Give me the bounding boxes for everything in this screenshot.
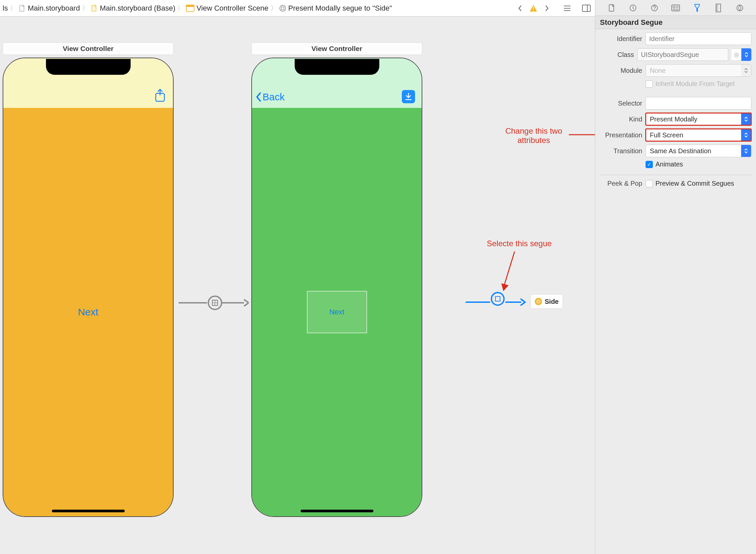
class-jump-icon[interactable]: ◎ [732,48,742,61]
selector-field[interactable] [645,97,751,110]
scene-title[interactable]: View Controller [251,42,422,55]
segue-arrow[interactable] [179,295,249,310]
breadcrumb-item[interactable]: Present Modally segue to "Side" [279,4,392,13]
scene-icon [186,5,194,12]
checkbox-icon [645,180,653,187]
breadcrumb-item[interactable]: View Controller Scene [186,4,268,13]
inspector-panel: Storyboard Segue Identifier Class ◎ Modu… [595,0,756,554]
inspector-section-title: Storyboard Segue [595,16,756,29]
doc-items-icon[interactable] [561,2,573,14]
breadcrumb-item[interactable]: Main.storyboard [18,4,80,13]
preview-commit-checkbox[interactable]: Preview & Commit Segues [645,180,734,187]
svg-rect-5 [281,7,284,10]
module-label: Module [600,67,642,74]
chevron-right-icon: 〉 [270,4,278,13]
checkbox-checked-icon: ✓ [645,161,653,168]
inherit-module-checkbox[interactable]: Inherit Module From Target [645,80,735,88]
preview-commit-label: Preview & Commit Segues [655,180,734,187]
selector-label: Selector [600,100,642,107]
history-inspector-tab[interactable] [626,1,640,14]
device-notch [46,59,131,75]
identifier-label: Identifier [600,35,642,43]
storyboard-canvas[interactable]: View Controller Next [0,16,595,554]
attributes-inspector-tab[interactable] [690,1,704,14]
annotation-arrow-icon [569,130,595,140]
chevron-right-icon: 〉 [81,4,89,13]
destination-label: Side [545,298,559,306]
chevron-updown-icon [741,129,751,141]
checkbox-icon [645,80,653,88]
breadcrumb-label: Main.storyboard (Base) [100,4,176,13]
scene-view-controller-2[interactable]: View Controller Back Nex [251,58,422,517]
animates-label: Animates [655,161,683,168]
chevron-left-icon [255,92,262,102]
transition-value: Same As Destination [646,147,741,155]
module-value: None [646,67,741,74]
breadcrumb-bar: ls 〉 Main.storyboard 〉 Main.storyboard (… [0,0,595,16]
class-field[interactable] [637,48,728,61]
svg-rect-1 [91,5,96,11]
peek-pop-label: Peek & Pop [600,180,642,187]
next-button[interactable] [541,2,553,14]
svg-rect-6 [533,7,534,9]
next-label: Next [329,308,344,316]
device-frame: Back Next [251,58,422,517]
file-inspector-tab[interactable] [605,1,619,14]
previous-button[interactable] [514,2,526,14]
back-label: Back [263,91,285,103]
breadcrumb-label: ls [3,4,8,13]
view-body: Next [252,108,422,516]
home-indicator [301,510,373,512]
chevron-right-icon: 〉 [177,4,185,13]
animates-checkbox[interactable]: ✓ Animates [645,161,683,168]
svg-point-27 [654,9,655,10]
adjust-editor-options-icon[interactable] [580,2,592,14]
kind-select[interactable]: Present Modally [645,113,751,125]
connections-inspector-tab[interactable] [733,1,747,14]
annotation-text: Selecte this segue [487,239,552,248]
scene-view-controller-1[interactable]: View Controller Next [3,58,174,517]
identifier-field[interactable] [645,33,751,45]
inherit-module-label: Inherit Module From Target [655,80,735,88]
scene-title-label: View Controller [312,45,363,53]
identity-inspector-tab[interactable] [669,1,683,14]
storyboard-base-icon [90,5,98,12]
svg-point-39 [737,5,743,11]
presentation-value: Full Screen [646,131,741,139]
warning-icon[interactable] [527,2,540,14]
vc-icon [535,298,542,305]
share-icon[interactable] [154,89,166,103]
svg-point-29 [673,6,675,8]
chevron-updown-icon [741,113,751,125]
download-icon[interactable] [402,90,415,103]
help-inspector-tab[interactable] [647,1,662,14]
svg-rect-7 [533,10,534,11]
svg-point-4 [280,5,286,11]
chevron-updown-icon [741,145,751,157]
class-dropdown-icon[interactable] [742,48,751,61]
svg-point-21 [538,301,539,302]
breadcrumb-item[interactable]: Main.storyboard (Base) [90,4,176,13]
svg-line-23 [504,252,515,286]
segue-node-icon[interactable] [491,292,505,306]
annotation-text: Change this two attributes [497,126,570,145]
class-label: Class [600,51,634,59]
scene-title[interactable]: View Controller [3,42,174,55]
svg-rect-0 [20,5,24,11]
breadcrumb-item[interactable]: ls [3,4,8,13]
annotation-label: Change this two attributes [497,126,570,145]
chevron-right-icon: 〉 [9,4,17,13]
container-view[interactable]: Next [307,291,367,333]
annotation-arrow-icon [499,250,519,293]
destination-scene-reference[interactable]: Side [530,294,563,309]
scene-title-label: View Controller [63,45,114,53]
presentation-select[interactable]: Full Screen [645,129,751,141]
storyboard-file-icon [18,5,26,12]
size-inspector-tab[interactable] [711,1,725,14]
module-select[interactable]: None [645,64,751,77]
transition-select[interactable]: Same As Destination [645,145,751,157]
device-notch [295,59,379,75]
back-button[interactable]: Back [255,91,285,103]
next-button[interactable]: Next [78,307,99,318]
inspector-body: Identifier Class ◎ Module None [595,29,756,190]
